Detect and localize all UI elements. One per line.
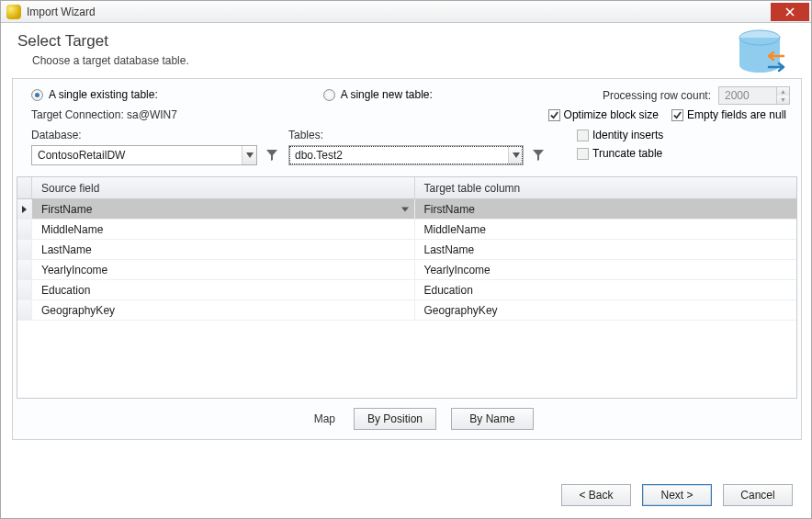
processing-row-count[interactable]: 2000 ▲▼ [718,86,790,105]
table-row[interactable]: GeographyKeyGeographyKey [17,300,796,321]
check-optimize-block-size[interactable]: Optimize block size [548,108,659,121]
processing-label: Processing row count: [603,89,711,102]
source-field-cell[interactable]: Education [32,280,415,299]
radio-existing-label: A single existing table: [49,88,158,101]
close-button[interactable] [771,3,809,21]
database-value: ContosoRetailDW [32,149,242,162]
map-by-position-button[interactable]: By Position [354,408,436,430]
row-indicator [17,300,32,320]
filter-icon [266,150,277,161]
connection-value: sa@WIN7 [127,108,177,121]
connection-row: Target Connection: sa@WIN7 Optimize bloc… [13,103,801,123]
back-button[interactable]: < Back [561,484,631,506]
check-emptynull-label: Empty fields are null [687,108,786,121]
target-column-cell[interactable]: MiddleName [415,220,797,239]
current-row-icon [22,206,27,213]
table-row[interactable]: LastNameLastName [17,240,796,260]
cancel-button[interactable]: Cancel [723,484,793,506]
page-title: Select Target [17,32,795,51]
table-mode-row: A single existing table: A single new ta… [13,79,801,103]
table-row[interactable]: EducationEducation [17,280,796,300]
grid-col-target[interactable]: Target table column [415,177,797,198]
target-column-cell[interactable]: LastName [415,240,797,259]
source-field-cell[interactable]: FirstName [32,199,415,219]
row-indicator [17,220,32,239]
target-column-cell[interactable]: YearlyIncome [415,260,797,279]
radio-new-table[interactable]: A single new table: [323,88,433,101]
map-by-name-button[interactable]: By Name [451,408,534,430]
radio-new-label: A single new table: [341,88,433,101]
radio-existing-table[interactable]: A single existing table: [31,88,158,101]
tables-value: dbo.Test2 [289,149,508,162]
row-indicator [17,280,32,299]
database-icon [736,28,791,85]
grid-header: Source field Target table column [17,177,796,199]
mapping-grid[interactable]: Source field Target table column FirstNa… [17,176,797,399]
filter-icon [533,150,544,161]
check-optimize-label: Optimize block size [564,108,659,121]
grid-col-source[interactable]: Source field [32,177,415,198]
target-column-cell[interactable]: FirstName [415,199,797,219]
source-field-cell[interactable]: MiddleName [32,220,415,239]
table-row[interactable]: YearlyIncomeYearlyIncome [17,260,796,280]
wizard-footer: < Back Next > Cancel [561,484,793,506]
map-row: Map By Position By Name [13,408,801,430]
page-header: Select Target Choose a target database t… [1,23,811,73]
row-indicator [17,240,32,259]
check-identity-inserts[interactable]: Identity inserts [577,129,663,141]
window-title: Import Wizard [27,6,96,18]
target-column-cell[interactable]: GeographyKey [415,300,797,320]
chevron-down-icon[interactable] [508,146,523,164]
processing-value: 2000 [719,87,776,104]
check-truncate-table[interactable]: Truncate table [577,147,663,160]
check-identity-label: Identity inserts [592,129,663,141]
table-row[interactable]: MiddleNameMiddleName [17,220,796,240]
close-icon [785,7,795,17]
chevron-down-icon[interactable] [242,146,256,164]
database-combo[interactable]: ContosoRetailDW [31,145,257,165]
page-subtitle: Choose a target database table. [32,54,795,67]
connection-label: Target Connection: [31,108,127,121]
source-field-cell[interactable]: YearlyIncome [32,260,415,279]
map-label: Map [280,412,335,425]
database-filter-button[interactable] [265,148,279,163]
row-indicator [17,260,32,279]
grid-body: FirstNameFirstNameMiddleNameMiddleNameLa… [17,199,796,398]
table-row[interactable]: FirstNameFirstName [17,199,796,220]
tables-label: Tables: [288,129,546,141]
target-column-cell[interactable]: Education [415,280,797,299]
tables-filter-button[interactable] [531,148,546,163]
tables-combo[interactable]: dbo.Test2 [288,145,524,165]
source-field-cell[interactable]: GeographyKey [32,300,415,320]
db-tables-row: Database: ContosoRetailDW Tables: dbo.Te… [13,123,801,165]
chevron-down-icon[interactable] [401,207,409,211]
titlebar: Import Wizard [1,1,811,23]
source-field-cell[interactable]: LastName [32,240,415,259]
app-icon [6,5,21,19]
options-panel: A single existing table: A single new ta… [12,78,802,440]
check-truncate-label: Truncate table [592,147,662,160]
spinner-arrows[interactable]: ▲▼ [776,87,789,104]
row-indicator [17,199,32,219]
next-button[interactable]: Next > [642,484,712,506]
database-label: Database: [31,129,279,141]
client-area: Select Target Choose a target database t… [1,23,811,519]
check-empty-fields-null[interactable]: Empty fields are null [671,108,786,121]
